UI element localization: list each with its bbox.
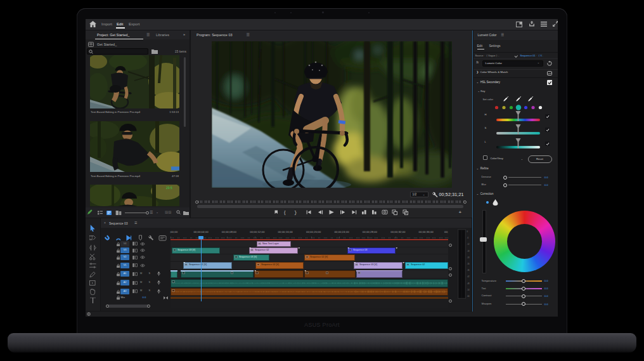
svg-text:{: { — [284, 209, 286, 215]
svg-text:}: } — [294, 210, 297, 215]
svg-text:29:5: 29:5 — [166, 186, 172, 190]
